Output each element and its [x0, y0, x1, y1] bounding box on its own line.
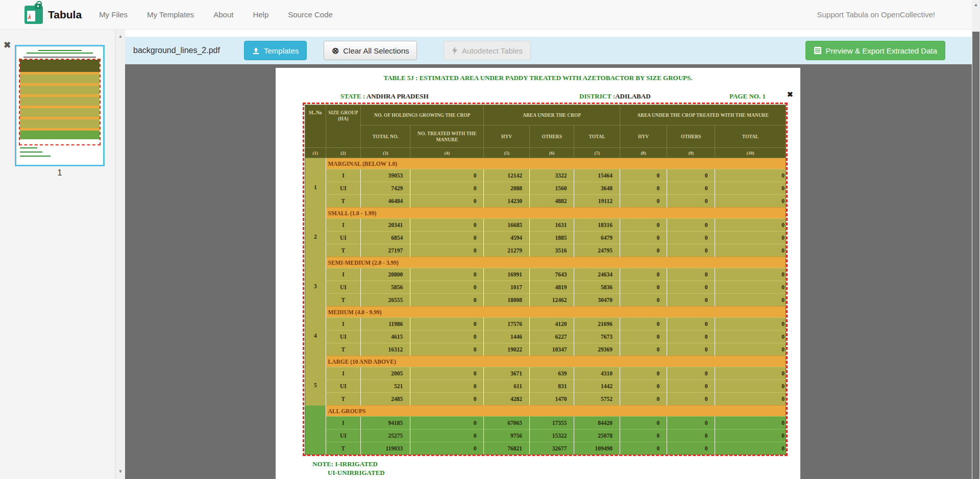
- upload-icon: [252, 47, 260, 55]
- clear-all-selections-button[interactable]: ⊗ Clear All Selections: [324, 41, 417, 60]
- sidebar-scroll-up-icon[interactable]: ▲: [115, 34, 126, 39]
- sidebar-scrollbar[interactable]: ▲ ▼: [115, 30, 125, 479]
- selection-close-icon[interactable]: ✖: [787, 90, 793, 98]
- templates-button[interactable]: Templates: [244, 41, 307, 60]
- pdf-note: NOTE: I-IRRIGATED UI-UNIRRIGATED: [312, 460, 385, 477]
- toolbar: background_lines_2.pdf Templates ⊗ Clear…: [125, 37, 972, 64]
- lock-icon: [35, 4, 41, 9]
- brand[interactable]: λ Tabula: [24, 6, 82, 24]
- pdf-table-title: TABLE 5J : ESTIMATED AREA UNDER PADDY TR…: [276, 74, 800, 82]
- thumbnail-page-number: 1: [15, 168, 105, 178]
- page-thumbnails-sidebar: ✖ 1: [0, 30, 115, 479]
- circle-x-icon: ⊗: [332, 46, 339, 55]
- main-content: background_lines_2.pdf Templates ⊗ Clear…: [125, 30, 972, 479]
- nav-menu: My Files My Templates About Help Source …: [99, 10, 333, 19]
- tabula-logo-icon: λ: [24, 6, 43, 24]
- remove-file-button[interactable]: ✖: [4, 40, 11, 51]
- table-list-icon: [814, 46, 822, 55]
- preview-export-button[interactable]: Preview & Export Extracted Data: [805, 41, 945, 60]
- pdf-glyph-icon: λ: [28, 13, 31, 21]
- brand-name: Tabula: [48, 9, 82, 21]
- thumbnail-table: [20, 60, 100, 144]
- pdf-page-number: PAGE NO. 1: [729, 92, 766, 100]
- nav-item-about[interactable]: About: [213, 10, 233, 19]
- open-filename: background_lines_2.pdf: [133, 37, 220, 64]
- thumbnail-selection-border: [19, 59, 101, 145]
- nav-item-help[interactable]: Help: [253, 10, 268, 19]
- nav-item-my-files[interactable]: My Files: [99, 10, 128, 19]
- browser-scrollbar[interactable]: ▲: [972, 0, 980, 479]
- autodetect-tables-button[interactable]: Autodetect Tables: [444, 41, 531, 60]
- document-viewport: TABLE 5J : ESTIMATED AREA UNDER PADDY TR…: [125, 64, 972, 479]
- scrollbar-thumb[interactable]: [972, 32, 979, 479]
- pdf-page[interactable]: TABLE 5J : ESTIMATED AREA UNDER PADDY TR…: [276, 68, 800, 479]
- table-selection-overlay[interactable]: [303, 103, 788, 456]
- nav-item-my-templates[interactable]: My Templates: [147, 10, 194, 19]
- lightning-icon: [452, 46, 458, 55]
- pdf-district-line: DISTRICT :ADILABAD: [579, 92, 651, 100]
- sidebar-scroll-down-icon[interactable]: ▼: [115, 469, 126, 474]
- scrollbar-up-icon[interactable]: ▲: [972, 3, 980, 7]
- page-thumbnail[interactable]: [15, 45, 105, 166]
- support-link[interactable]: Support Tabula on OpenCollective!: [817, 10, 935, 19]
- pdf-state-line: STATE : ANDHRA PRADESH: [340, 92, 429, 100]
- nav-item-source-code[interactable]: Source Code: [288, 10, 333, 19]
- top-navbar: λ Tabula My Files My Templates About Hel…: [0, 0, 972, 30]
